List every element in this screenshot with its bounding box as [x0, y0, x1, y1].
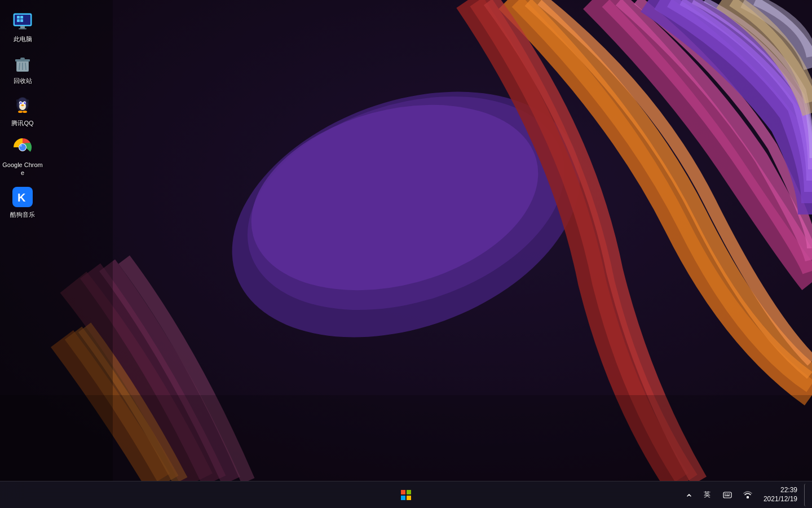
desktop-icon-google-chrome[interactable]: Google Chrome: [0, 132, 45, 182]
svg-rect-45: [401, 496, 405, 500]
datetime-display[interactable]: 22:39 2021/12/19: [759, 485, 802, 505]
qq-label: 腾讯QQ: [11, 119, 33, 127]
network-icon[interactable]: [739, 484, 757, 506]
svg-rect-53: [729, 495, 730, 496]
monitor-icon: [11, 10, 34, 33]
svg-rect-46: [407, 496, 411, 500]
svg-rect-9: [17, 16, 20, 19]
desktop-icon-tencent-qq[interactable]: 腾讯QQ: [0, 90, 45, 132]
svg-point-40: [20, 144, 22, 147]
chrome-icon: [11, 136, 34, 159]
svg-rect-10: [20, 16, 23, 19]
svg-rect-11: [17, 19, 20, 22]
svg-line-20: [19, 63, 20, 70]
input-method-icon[interactable]: [718, 484, 736, 506]
show-desktop-button[interactable]: [804, 484, 807, 506]
svg-rect-14: [19, 28, 27, 29]
svg-text:K: K: [17, 191, 26, 204]
svg-rect-52: [726, 495, 729, 496]
svg-rect-13: [20, 26, 25, 28]
language-label: 英: [701, 490, 713, 500]
taskbar-right: 英 22:39 2021/12/19: [682, 484, 807, 506]
language-indicator[interactable]: 英: [698, 484, 716, 506]
svg-rect-49: [726, 493, 727, 494]
recycle-bin-label: 回收站: [14, 77, 32, 85]
chrome-label: Google Chrome: [2, 161, 43, 177]
svg-rect-50: [729, 493, 730, 494]
svg-point-34: [23, 111, 27, 113]
start-button[interactable]: [395, 484, 417, 506]
tray-expand-button[interactable]: [682, 484, 696, 506]
svg-rect-6: [0, 395, 812, 481]
wallpaper: [0, 0, 812, 508]
svg-point-30: [21, 102, 21, 103]
desktop-icons-container: 此电脑 回收站: [0, 0, 45, 229]
svg-rect-48: [725, 493, 726, 494]
my-computer-label: 此电脑: [14, 35, 32, 43]
desktop-icon-my-computer[interactable]: 此电脑: [0, 6, 45, 47]
svg-rect-51: [725, 495, 726, 496]
svg-rect-44: [407, 490, 411, 494]
svg-point-31: [25, 102, 25, 103]
svg-rect-43: [401, 490, 405, 494]
qq-icon: [11, 94, 34, 117]
svg-line-22: [25, 63, 26, 70]
svg-rect-47: [723, 492, 731, 498]
svg-rect-54: [747, 496, 749, 498]
taskbar-center: [395, 484, 417, 506]
svg-point-32: [21, 104, 24, 106]
svg-rect-12: [20, 19, 23, 22]
svg-point-33: [18, 111, 23, 113]
desktop-icon-recycle-bin[interactable]: 回收站: [0, 47, 45, 89]
time-display: 22:39: [780, 486, 797, 495]
kuwo-label: 酷狗音乐: [10, 211, 35, 218]
date-display: 2021/12/19: [764, 495, 797, 504]
recycle-bin-icon: [11, 52, 34, 75]
taskbar: 英 22:39 2021/12/19: [0, 481, 812, 508]
kuwo-icon: K: [11, 186, 34, 208]
desktop-icon-kuwo-music[interactable]: K 酷狗音乐: [0, 181, 45, 223]
